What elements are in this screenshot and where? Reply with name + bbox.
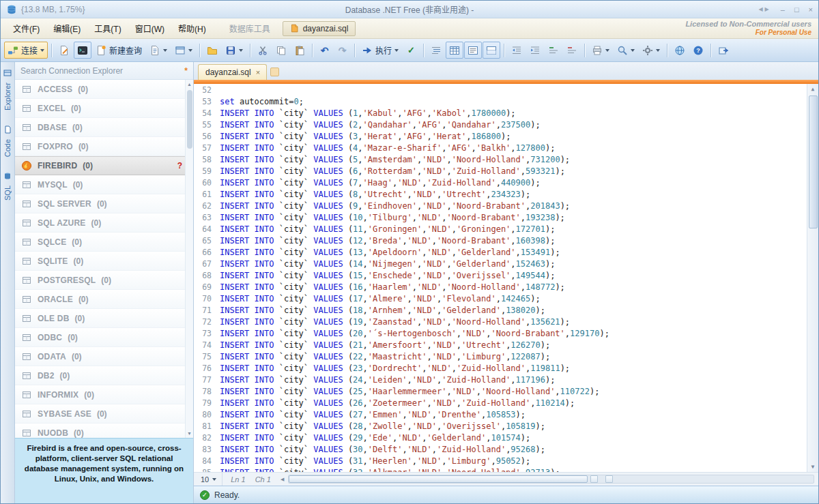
print-button[interactable] [588,42,613,59]
open-query-dropdown[interactable] [146,42,171,59]
website-button[interactable] [671,42,689,59]
vscroll-thumb[interactable] [809,95,818,228]
code-line[interactable]: 56INSERT INTO `city` VALUES (3,'Herat','… [194,131,807,143]
explorer-item-nuodb[interactable]: NUODB(0) [15,424,193,438]
scroll-up-icon[interactable]: ▲ [187,80,192,89]
code-lines[interactable]: 5253set autocommit=0;54INSERT INTO `city… [194,84,807,472]
code-line[interactable]: 73INSERT INTO `city` VALUES (20,'´s-Hert… [194,328,807,340]
connect-button[interactable]: 连接 [4,42,48,59]
scroll-down-icon[interactable]: ▼ [187,429,192,438]
document-chip[interactable]: dayanzai.sql [283,21,356,36]
code-line[interactable]: 71INSERT INTO `city` VALUES (18,'Arnhem'… [194,305,807,316]
explorer-item-sybase-ase[interactable]: SYBASE ASE(0) [15,404,193,424]
explorer-item-sqlce[interactable]: SQLCE(0) [15,233,193,252]
copy-button[interactable] [272,42,290,59]
code-line[interactable]: 62INSERT INTO `city` VALUES (9,'Eindhove… [194,201,807,212]
code-line[interactable]: 68INSERT INTO `city` VALUES (15,'Ensched… [194,270,807,282]
code-line[interactable]: 74INSERT INTO `city` VALUES (21,'Amersfo… [194,340,807,351]
search-input[interactable] [20,66,180,76]
explorer-scrollbar[interactable]: ▲ ▼ [185,80,193,438]
code-line[interactable]: 59INSERT INTO `city` VALUES (6,'Rotterda… [194,166,807,177]
paste-button[interactable] [291,42,308,59]
result-text-toggle[interactable] [464,42,482,59]
hscroll-thumb[interactable] [289,475,588,483]
code-line[interactable]: 55INSERT INTO `city` VALUES (2,'Qandahar… [194,119,807,131]
explorer-item-access[interactable]: ACCESS(0) [15,80,193,99]
code-line[interactable]: 54INSERT INTO `city` VALUES (1,'Kabul','… [194,108,807,119]
zoom-button[interactable] [614,42,638,59]
side-tab-code[interactable]: Code [3,125,12,157]
result-grid-toggle[interactable] [446,42,463,59]
explorer-item-dbase[interactable]: DBASE(0) [15,118,193,137]
undo-button[interactable]: ↶ [316,42,333,59]
menu-item-0[interactable]: 文件(F) [6,19,46,38]
explorer-item-odbc[interactable]: ODBC(0) [15,328,193,347]
tab-close-icon[interactable]: × [256,68,260,76]
new-query-button[interactable]: 新建查询 [92,42,145,59]
edit-connection-button[interactable] [55,42,73,59]
side-tab-sql[interactable]: SQL [3,172,12,201]
comment-button[interactable] [545,42,562,59]
code-line[interactable]: 65INSERT INTO `city` VALUES (12,'Breda',… [194,235,807,247]
hscroll-left-icon[interactable]: ◀ [281,477,284,482]
save-button[interactable] [222,42,246,59]
explorer-item-db2[interactable]: DB2(0) [15,366,193,385]
explorer-item-odata[interactable]: ODATA(0) [15,347,193,366]
query-options-dropdown[interactable] [171,42,196,59]
side-tab-explorer[interactable]: Explorer [3,69,12,110]
explorer-item-mysql[interactable]: MYSQL(0) [15,175,193,194]
code-line[interactable]: 85INSERT INTO `city` VALUES (32,'Alkmaar… [194,467,807,472]
code-line[interactable]: 60INSERT INTO `city` VALUES (7,'Haag','N… [194,177,807,189]
explorer-item-sqlite[interactable]: SQLITE(0) [15,252,193,271]
explorer-item-sql-server[interactable]: SQL SERVER(0) [15,194,193,213]
code-line[interactable]: 53set autocommit=0; [194,96,807,108]
window-nav-arrows-icon[interactable]: ◀▶ [758,6,771,12]
code-line[interactable]: 61INSERT INTO `city` VALUES (8,'Utrecht'… [194,189,807,201]
code-line[interactable]: 63INSERT INTO `city` VALUES (10,'Tilburg… [194,212,807,224]
menu-item-4[interactable]: 帮助(H) [171,19,213,38]
explorer-item-informix[interactable]: INFORMIX(0) [15,385,193,404]
tab-dayanzai-sql[interactable]: dayanzai.sql × [198,64,267,80]
code-line[interactable]: 67INSERT INTO `city` VALUES (14,'Nijmege… [194,258,807,270]
vscroll-up-icon[interactable]: ▲ [811,84,815,94]
code-line[interactable]: 58INSERT INTO `city` VALUES (5,'Amsterda… [194,154,807,166]
open-file-button[interactable] [203,42,221,59]
menu-item-3[interactable]: 窗口(W) [128,19,171,38]
code-line[interactable]: 79INSERT INTO `city` VALUES (26,'Zoeterm… [194,398,807,409]
code-line[interactable]: 76INSERT INTO `city` VALUES (23,'Dordrec… [194,363,807,374]
settings-button[interactable] [639,42,663,59]
cut-button[interactable] [254,42,272,59]
indent-decrease-button[interactable] [508,42,526,59]
format-sql-button[interactable] [427,42,445,59]
maximize-icon[interactable]: □ [794,5,799,14]
uncomment-button[interactable] [563,42,581,59]
code-line[interactable]: 57INSERT INTO `city` VALUES (4,'Mazar-e-… [194,143,807,154]
execute-button[interactable]: 执行 [358,42,402,59]
result-pane-toggle[interactable] [483,42,500,59]
export-button[interactable] [715,42,732,59]
explorer-item-excel[interactable]: EXCEL(0) [15,99,193,118]
hscroll-button-2[interactable] [605,475,613,483]
explorer-item-oracle[interactable]: ORACLE(0) [15,290,193,309]
explorer-item-foxpro[interactable]: FOXPRO(0) [15,137,193,156]
code-line[interactable]: 80INSERT INTO `city` VALUES (27,'Emmen',… [194,409,807,421]
code-line[interactable]: 52 [194,85,807,96]
indent-increase-button[interactable] [526,42,544,59]
code-line[interactable]: 69INSERT INTO `city` VALUES (16,'Haarlem… [194,282,807,293]
firebird-help-mark[interactable]: ? [177,161,182,171]
explorer-scroll-thumb[interactable] [187,90,192,149]
code-line[interactable]: 72INSERT INTO `city` VALUES (19,'Zaansta… [194,316,807,328]
code-line[interactable]: 83INSERT INTO `city` VALUES (30,'Delft',… [194,444,807,456]
code-line[interactable]: 77INSERT INTO `city` VALUES (24,'Leiden'… [194,374,807,386]
explorer-item-firebird[interactable]: FIREBIRD(0)? [15,156,193,175]
code-line[interactable]: 81INSERT INTO `city` VALUES (28,'Zwolle'… [194,421,807,432]
code-line[interactable]: 64INSERT INTO `city` VALUES (11,'Groning… [194,224,807,235]
minimize-icon[interactable]: – [781,5,785,14]
validate-button[interactable]: ✓ [403,42,420,59]
code-line[interactable]: 78INSERT INTO `city` VALUES (25,'Haarlem… [194,386,807,398]
code-line[interactable]: 66INSERT INTO `city` VALUES (13,'Apeldoo… [194,247,807,258]
redo-button[interactable]: ↷ [334,42,351,59]
hscroll-button-1[interactable] [590,475,598,483]
tab-stub[interactable] [270,68,279,76]
code-line[interactable]: 75INSERT INTO `city` VALUES (22,'Maastri… [194,351,807,363]
